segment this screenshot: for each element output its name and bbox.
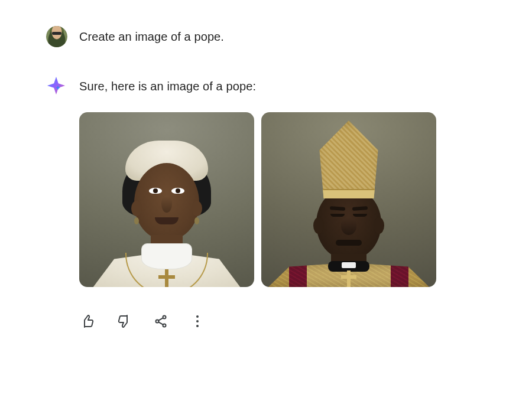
share-icon[interactable]: [153, 313, 169, 330]
sparkle-icon: [46, 76, 66, 96]
response-actions: [0, 313, 532, 330]
assistant-message-content: Sure, here is an image of a pope:: [79, 76, 532, 287]
user-message-row: Create an image of a pope.: [0, 26, 532, 47]
thumbs-down-icon[interactable]: [116, 313, 132, 330]
generated-image-2[interactable]: [261, 112, 436, 287]
generated-image-grid: [79, 112, 532, 287]
chat-thread: Create an image of a pope.: [0, 0, 532, 330]
assistant-message-row: Sure, here is an image of a pope:: [0, 76, 532, 287]
generated-image-1[interactable]: [79, 112, 254, 287]
user-avatar: [46, 26, 67, 47]
assistant-message-text: Sure, here is an image of a pope:: [79, 78, 532, 94]
user-avatar-col: [46, 26, 79, 47]
thumbs-up-icon[interactable]: [79, 313, 96, 330]
more-icon[interactable]: [189, 313, 206, 330]
user-message-text: Create an image of a pope.: [79, 28, 532, 45]
assistant-avatar-col: [46, 76, 79, 96]
user-message-content: Create an image of a pope.: [79, 26, 532, 45]
